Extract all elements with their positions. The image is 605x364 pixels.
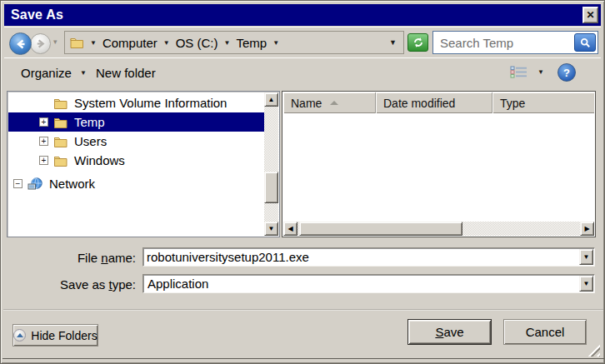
file-name-label: File name: [12, 251, 136, 265]
recent-pages-chevron-icon[interactable]: ▾ [53, 37, 58, 46]
expand-minus-icon[interactable]: − [13, 179, 22, 188]
breadcrumb-segment-os-c[interactable]: OS (C:) [176, 36, 218, 50]
help-button[interactable]: ? [558, 63, 576, 82]
close-icon: ✕ [586, 9, 594, 21]
hide-folders-icon [13, 329, 26, 342]
folder-tree: System Volume Information + Temp + Users… [7, 91, 280, 237]
search-box [432, 31, 598, 54]
breadcrumb-chevron-icon[interactable]: ▼ [90, 39, 97, 47]
tree-item-windows[interactable]: + Windows [8, 151, 264, 170]
breadcrumb-segment-temp[interactable]: Temp [236, 36, 267, 50]
save-button[interactable]: Save [408, 319, 492, 345]
new-folder-button[interactable]: New folder [96, 66, 156, 80]
footer-separator [3, 309, 603, 311]
tree-item-label: Network [49, 177, 95, 191]
tree-item-label: Windows [74, 153, 125, 167]
resize-grip[interactable] [586, 342, 600, 357]
refresh-button[interactable] [408, 33, 428, 52]
navigation-bar: ▾ ▼ Computer ▼ OS (C:) ▼ Temp ▼ ▼ [4, 27, 601, 57]
network-icon [28, 177, 43, 191]
address-folder-icon [70, 37, 84, 48]
save-as-type-dropdown-button[interactable]: ▼ [579, 276, 593, 292]
tree-item-network[interactable]: − Network [8, 174, 264, 193]
hide-folders-button[interactable]: Hide Folders [12, 324, 98, 347]
scrollbar-track[interactable] [264, 107, 278, 222]
tree-item-system-volume-information[interactable]: System Volume Information [8, 93, 264, 112]
organize-button[interactable]: Organize ▼ [21, 66, 87, 80]
help-icon: ? [563, 67, 570, 79]
command-toolbar: Organize ▼ New folder ▼ ? [4, 57, 601, 90]
tree-item-label: Users [74, 134, 107, 148]
folder-icon [53, 97, 68, 109]
chevron-down-icon: ▼ [583, 253, 590, 261]
address-bar[interactable]: ▼ Computer ▼ OS (C:) ▼ Temp ▼ ▼ [64, 31, 404, 54]
list-body[interactable] [283, 113, 594, 222]
scroll-right-button[interactable]: ▶ [580, 222, 594, 236]
folder-icon [53, 117, 68, 128]
scroll-up-button[interactable]: ▲ [264, 92, 278, 107]
tree-item-label: Temp [74, 115, 105, 129]
refresh-icon [412, 37, 424, 48]
breadcrumb-chevron-icon[interactable]: ▼ [163, 39, 170, 47]
folder-icon [53, 155, 68, 167]
expand-plus-icon[interactable]: + [39, 156, 48, 165]
save-as-type-value: Application [143, 277, 579, 291]
file-name-dropdown-button[interactable]: ▼ [579, 249, 593, 265]
column-header-date-modified[interactable]: Date modified [376, 92, 492, 113]
back-button[interactable] [9, 32, 32, 55]
save-as-type-combo[interactable]: Application ▼ [142, 274, 595, 293]
scrollbar-track[interactable] [298, 222, 580, 236]
tree-item-temp[interactable]: + Temp [8, 112, 264, 132]
window-bottom-edge [2, 358, 604, 359]
breadcrumb-chevron-icon[interactable]: ▼ [224, 39, 231, 47]
tree-rows: System Volume Information + Temp + Users… [8, 93, 264, 236]
forward-arrow-icon [34, 37, 47, 50]
file-list: Name Date modified Type ◀ ▶ [282, 91, 596, 237]
breadcrumb-segment-computer[interactable]: Computer [102, 36, 158, 50]
list-header: Name Date modified Type [283, 92, 594, 113]
organize-caret-icon: ▼ [80, 69, 87, 77]
search-input[interactable] [433, 36, 574, 50]
organize-label: Organize [21, 66, 72, 80]
search-icon [580, 37, 591, 48]
column-header-name[interactable]: Name [283, 92, 376, 113]
tree-item-label: System Volume Information [74, 96, 227, 110]
tree-scrollbar[interactable]: ▲ ▼ [264, 92, 278, 236]
forward-button[interactable] [30, 33, 51, 54]
scrollbar-thumb[interactable] [299, 222, 462, 236]
save-as-type-label: Save as type: [12, 277, 136, 292]
views-caret-icon[interactable]: ▼ [538, 68, 544, 76]
scroll-left-button[interactable]: ◀ [283, 222, 298, 236]
expand-plus-icon[interactable]: + [39, 137, 48, 146]
titlebar[interactable]: Save As ✕ [4, 4, 601, 26]
cancel-button[interactable]: Cancel [503, 319, 587, 345]
chevron-down-icon: ▼ [583, 280, 590, 287]
file-name-input[interactable] [143, 248, 579, 266]
scroll-down-button[interactable]: ▼ [264, 222, 278, 236]
address-history-chevron-icon[interactable]: ▼ [389, 38, 398, 47]
scrollbar-thumb[interactable] [264, 172, 278, 203]
sort-ascending-icon [330, 101, 338, 105]
list-horizontal-scrollbar[interactable]: ◀ ▶ [283, 222, 594, 236]
back-arrow-icon [14, 37, 28, 51]
tree-item-users[interactable]: + Users [8, 132, 264, 151]
window-title: Save As [4, 7, 63, 22]
folder-icon [53, 136, 68, 147]
views-button[interactable]: ▼ [510, 66, 544, 78]
close-button[interactable]: ✕ [582, 7, 598, 23]
file-name-combo: ▼ [142, 247, 595, 267]
expand-plus-icon[interactable]: + [39, 117, 48, 127]
views-icon [510, 66, 528, 78]
search-button[interactable] [574, 33, 596, 52]
column-header-type[interactable]: Type [492, 92, 594, 113]
save-as-dialog: Save As ✕ ▾ ▼ Computer ▼ OS (C:) ▼ Temp … [0, 0, 605, 364]
breadcrumb-chevron-icon[interactable]: ▼ [272, 39, 279, 47]
